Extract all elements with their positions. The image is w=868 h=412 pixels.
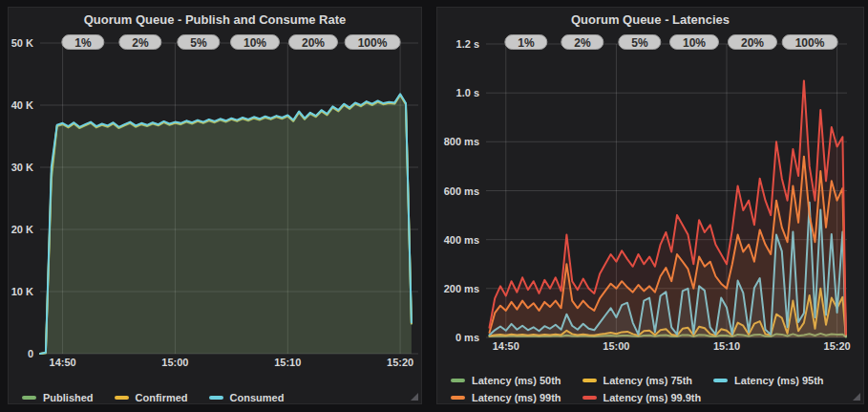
latency-95th-series-swatch — [713, 379, 728, 382]
legend-label-confirmed: Confirmed — [136, 392, 188, 403]
latency-99th-series-swatch — [451, 396, 465, 400]
grafana-dashboard: { "page": { "background": "#121214", "pa… — [0, 0, 868, 412]
panel-latencies: Quorum Queue - Latencies 1.2 s1.0 s800 m… — [436, 7, 864, 404]
annotation-pill-5pct[interactable]: 5% — [618, 34, 661, 50]
svg-text:400 ms: 400 ms — [444, 234, 479, 246]
svg-text:15:10: 15:10 — [713, 340, 740, 352]
consumed-series-swatch — [209, 396, 223, 400]
svg-text:15:20: 15:20 — [387, 357, 413, 368]
svg-text:0 ms: 0 ms — [455, 332, 479, 343]
svg-text:1.0 s: 1.0 s — [456, 87, 479, 98]
annotation-pill-1pct[interactable]: 1% — [504, 34, 547, 50]
legend-item-latency-75th[interactable]: Latency (ms) 75th — [582, 375, 693, 386]
latencies-chart[interactable]: 1.2 s1.0 s800 ms600 ms400 ms200 ms0 ms14… — [437, 31, 865, 367]
annotation-pill-5pct[interactable]: 5% — [177, 34, 220, 50]
annotation-pill-20pct[interactable]: 20% — [288, 34, 338, 50]
confirmed-series-swatch — [115, 396, 129, 400]
legend-item-published[interactable]: Published — [22, 392, 94, 403]
svg-text:20 K: 20 K — [11, 224, 33, 235]
svg-text:15:20: 15:20 — [824, 340, 851, 352]
legend-label-published: Published — [43, 392, 94, 403]
latency-75th-series-swatch — [582, 379, 597, 382]
legend-item-latency-50th[interactable]: Latency (ms) 50th — [451, 375, 561, 386]
svg-text:10 K: 10 K — [11, 286, 33, 297]
latency-50th-series-swatch — [451, 379, 465, 382]
annotation-pill-100pct[interactable]: 100% — [345, 34, 401, 50]
annotation-pill-2pct[interactable]: 2% — [118, 34, 161, 50]
published-series-swatch — [22, 396, 36, 400]
svg-text:1.2 s: 1.2 s — [456, 38, 479, 50]
svg-text:14:50: 14:50 — [50, 357, 76, 368]
annotation-pill-20pct[interactable]: 20% — [728, 34, 777, 50]
legend-label-consumed: Consumed — [230, 392, 285, 403]
annotation-pill-10pct[interactable]: 10% — [669, 34, 719, 50]
publish-consume-legend: Published Confirmed Consumed — [22, 392, 423, 403]
legend-item-confirmed[interactable]: Confirmed — [115, 392, 188, 403]
legend-label-latency-95th: Latency (ms) 95th — [734, 375, 824, 386]
svg-text:800 ms: 800 ms — [444, 136, 479, 147]
legend-item-latency-999th[interactable]: Latency (ms) 99.9th — [582, 392, 702, 403]
latency-999th-series-swatch — [582, 396, 597, 400]
annotation-pill-1pct[interactable]: 1% — [61, 34, 104, 50]
legend-label-latency-75th: Latency (ms) 75th — [603, 375, 693, 386]
panel-title-publish-consume[interactable]: Quorum Queue - Publish and Consume Rate — [9, 8, 421, 31]
legend-label-latency-99th: Latency (ms) 99th — [472, 392, 561, 403]
latencies-legend: Latency (ms) 50th Latency (ms) 75th Late… — [451, 375, 861, 403]
svg-text:50 K: 50 K — [11, 37, 33, 49]
legend-label-latency-999th: Latency (ms) 99.9th — [603, 392, 702, 403]
legend-item-consumed[interactable]: Consumed — [209, 392, 285, 403]
svg-text:14:50: 14:50 — [493, 340, 519, 352]
legend-item-latency-95th[interactable]: Latency (ms) 95th — [713, 375, 824, 386]
svg-text:15:00: 15:00 — [603, 340, 629, 352]
publish-consume-chart[interactable]: 50 K40 K30 K20 K10 K014:5015:0015:1015:2… — [9, 31, 423, 384]
panel-title-latencies[interactable]: Quorum Queue - Latencies — [437, 8, 863, 31]
svg-text:15:10: 15:10 — [274, 357, 301, 368]
legend-label-latency-50th: Latency (ms) 50th — [472, 375, 561, 386]
svg-text:200 ms: 200 ms — [444, 283, 479, 294]
annotation-pill-100pct[interactable]: 100% — [782, 34, 838, 50]
svg-text:30 K: 30 K — [11, 162, 33, 173]
svg-text:15:00: 15:00 — [161, 357, 188, 368]
svg-text:40 K: 40 K — [11, 99, 33, 111]
panel-publish-consume-rate: Quorum Queue - Publish and Consume Rate … — [8, 7, 422, 404]
annotation-pill-10pct[interactable]: 10% — [230, 34, 280, 50]
svg-text:600 ms: 600 ms — [444, 185, 479, 197]
svg-text:0: 0 — [28, 348, 33, 359]
legend-item-latency-99th[interactable]: Latency (ms) 99th — [451, 392, 561, 403]
annotation-pill-2pct[interactable]: 2% — [561, 34, 603, 50]
